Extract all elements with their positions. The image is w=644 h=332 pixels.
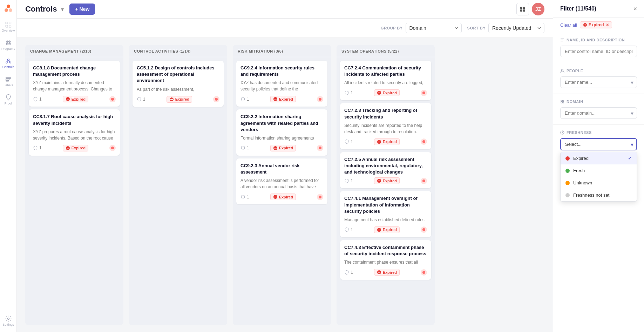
svg-rect-20	[6, 77, 11, 79]
card-shield: 1	[240, 97, 249, 102]
card-shield: 1	[137, 97, 145, 102]
svg-rect-69	[563, 102, 564, 103]
svg-rect-35	[170, 99, 173, 100]
filter-people-select-wrapper: ▾	[560, 76, 637, 88]
column-cards: CC9.2.4 Information security rules and r…	[233, 57, 331, 325]
card[interactable]: CC8.1.8 Documented change management pro…	[29, 61, 120, 107]
sort-by-select[interactable]: Recently Updated Alphabetical Date Creat…	[488, 23, 544, 33]
filter-people-input[interactable]	[560, 76, 637, 88]
filter-section-freshness: FRESHNESS ▾ Expired ✓ Fresh Unknown	[553, 125, 644, 207]
svg-rect-56	[378, 230, 380, 230]
filter-freshness-label: FRESHNESS	[560, 130, 637, 135]
svg-rect-41	[274, 148, 277, 149]
toolbar: GROUP BY Domain Owner Status SORT BY Rec…	[17, 19, 553, 38]
card-title: CC7.2.4 Communication of security incide…	[344, 65, 427, 77]
filter-expired-tag: Expired ×	[580, 21, 612, 28]
card[interactable]: CC7.4.3 Effective containment phase of s…	[340, 240, 431, 280]
sidebar-item-programs[interactable]: Programs	[1, 36, 15, 53]
card-dot-icon	[317, 145, 323, 151]
expired-tag-icon	[583, 23, 587, 27]
card[interactable]: CC7.4.1 Management oversight of implemen…	[340, 191, 431, 237]
card[interactable]: CC5.1.2 Design of controls includes asse…	[133, 61, 224, 107]
svg-rect-21	[6, 79, 10, 80]
sidebar-item-settings[interactable]: Settings	[1, 312, 15, 329]
main-content: Controls ▾ + New JZ GROUP BY Domain Owne…	[17, 0, 553, 332]
filter-freshness-icon	[560, 130, 564, 135]
filter-active-bar: Clear all Expired ×	[553, 18, 644, 32]
card[interactable]: CC7.2.4 Communication of security incide…	[340, 61, 431, 100]
svg-point-60	[422, 271, 425, 274]
filter-freshness-select[interactable]	[560, 138, 637, 150]
sidebar-item-proof[interactable]: Proof	[1, 91, 15, 108]
freshness-option-fresh[interactable]: Fresh	[561, 164, 637, 177]
card[interactable]: CC8.1.7 Root cause analysis for high sev…	[29, 109, 120, 155]
column-header: SYSTEM OPERATIONS (5/22)	[337, 45, 435, 57]
filter-name-input[interactable]	[560, 46, 637, 57]
card-dot-icon	[109, 96, 116, 102]
filter-clear-all-button[interactable]: Clear all	[560, 22, 577, 28]
grid-view-button[interactable]	[516, 3, 529, 15]
sidebar-item-overview[interactable]: Overview	[1, 18, 15, 35]
board-column: RISK MITIGATION (3/6)CC9.2.4 Information…	[233, 45, 331, 325]
card-desc: XYZ prepares a root cause analysis for h…	[33, 129, 116, 141]
svg-rect-22	[6, 80, 8, 81]
card[interactable]: CC7.2.5 Annual risk assessment including…	[340, 152, 431, 189]
column-cards: CC5.1.2 Design of controls includes asse…	[129, 57, 227, 325]
sidebar-item-controls[interactable]: Controls	[1, 55, 15, 72]
card[interactable]: CC9.2.3 Annual vendor risk assessmentA v…	[236, 158, 327, 204]
card-desc: Security incidents are reported to the h…	[344, 122, 427, 135]
filter-domain-input[interactable]	[560, 107, 637, 119]
filter-domain-select-wrapper: ▾	[560, 107, 637, 119]
svg-point-45	[319, 196, 321, 198]
svg-rect-24	[520, 7, 522, 9]
svg-point-36	[215, 98, 218, 101]
freshness-option-expired[interactable]: Expired ✓	[561, 152, 637, 164]
card-desc: As part of the risk assessment,	[137, 86, 219, 93]
svg-rect-4	[9, 22, 11, 24]
avatar-initials: JZ	[535, 6, 541, 12]
filter-domain-label: DOMAIN	[560, 100, 637, 104]
sidebar: Overview Programs Controls Labels Proof …	[0, 0, 17, 332]
svg-rect-63	[561, 40, 563, 40]
fresh-dot-icon	[565, 169, 570, 173]
notset-option-label: Freshness not set	[573, 192, 609, 198]
svg-point-51	[422, 140, 425, 143]
sidebar-item-labels[interactable]: Labels	[1, 73, 15, 90]
svg-rect-67	[563, 100, 564, 102]
sidebar-label-labels: Labels	[4, 83, 13, 87]
sidebar-label-programs: Programs	[1, 47, 15, 50]
freshness-option-unknown[interactable]: Unknown	[561, 177, 637, 189]
svg-point-1	[5, 8, 8, 12]
card[interactable]: CC9.2.2 Information sharing agreements w…	[236, 109, 327, 156]
svg-point-33	[111, 147, 114, 149]
card-title: CC8.1.7 Root cause analysis for high sev…	[33, 114, 116, 126]
board-area: CHANGE MANAGEMENT (2/10)CC8.1.8 Document…	[17, 38, 553, 332]
people-chevron-icon: ▾	[631, 79, 633, 86]
board-column: CONTROL ACTIVITIES (1/14)CC5.1.2 Design …	[129, 45, 227, 325]
user-avatar[interactable]: JZ	[532, 3, 544, 15]
card[interactable]: CC9.2.4 Information security rules and r…	[236, 61, 327, 107]
card[interactable]: CC7.2.3 Tracking and reporting of securi…	[340, 103, 431, 149]
title-chevron-icon[interactable]: ▾	[61, 6, 64, 13]
card-title: CC7.2.3 Tracking and reporting of securi…	[344, 107, 427, 120]
filter-tag-remove-button[interactable]: ×	[606, 22, 609, 27]
card-dot-icon	[317, 96, 323, 102]
svg-point-54	[422, 179, 425, 182]
svg-rect-62	[561, 39, 564, 39]
column-cards: CC7.2.4 Communication of security incide…	[337, 57, 435, 325]
group-by-label: GROUP BY	[381, 26, 402, 30]
svg-rect-5	[6, 25, 8, 27]
group-by-select[interactable]: Domain Owner Status	[406, 23, 462, 33]
card-expired-badge: Expired	[63, 145, 88, 151]
card-shield: 1	[344, 90, 353, 95]
notset-dot-icon	[565, 193, 570, 197]
card-footer: 1Expired	[240, 145, 323, 151]
freshness-option-notset[interactable]: Freshness not set	[561, 189, 637, 201]
card-expired-badge: Expired	[270, 96, 296, 102]
card-shield: 1	[344, 178, 353, 183]
board-column: SYSTEM OPERATIONS (5/22)CC7.2.4 Communic…	[337, 45, 435, 325]
unknown-dot-icon	[565, 181, 570, 185]
card-title: CC5.1.2 Design of controls includes asse…	[137, 65, 219, 84]
filter-close-button[interactable]: ×	[633, 6, 637, 12]
new-button[interactable]: + New	[69, 4, 95, 15]
